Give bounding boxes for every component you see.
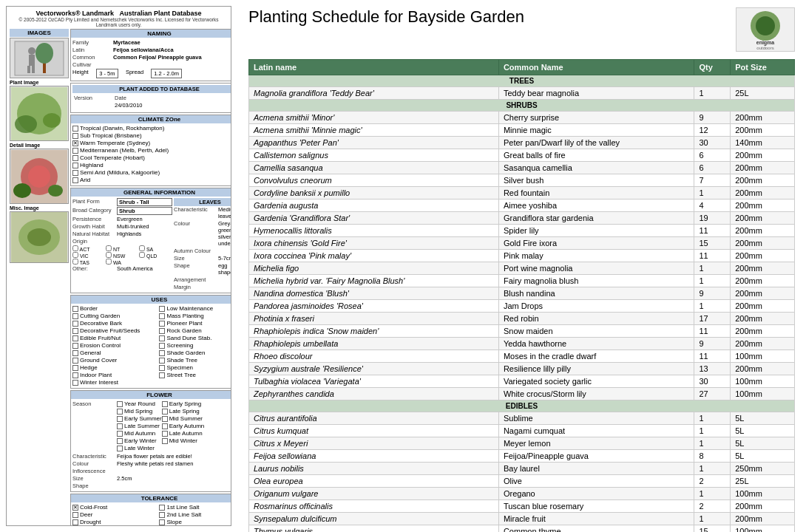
date-value: 24/03/2010 <box>115 102 143 109</box>
cell-common: Moses in the cradle dwarf <box>498 350 694 363</box>
cell-common: White crocus/Storm lily <box>498 388 694 400</box>
climate-item: Tropical (Darwin, Rockhampton) <box>72 125 231 132</box>
table-row: Gardenia augustaAimee yoshiba4200mm <box>249 200 795 212</box>
cell-latin: Michelia figo <box>249 262 499 275</box>
table-row: Cordyline banksii x pumilloRed fountain1… <box>249 187 795 200</box>
flower-season-item: Early Winter <box>117 437 162 444</box>
table-row: Callistemon salignusGreat balls of fire6… <box>249 149 795 162</box>
cell-pot: 200mm <box>731 212 795 225</box>
broad-category-value[interactable]: Shrub <box>117 207 172 215</box>
height-value: 3 - 5m <box>96 69 118 78</box>
right-header: Planting Schedule for Bayside Garden eni… <box>248 7 795 52</box>
flower-header: FLOWER <box>71 391 231 399</box>
use-item: Rock Garden <box>159 327 231 334</box>
cell-pot: 200mm <box>731 149 795 162</box>
cell-latin: Photinia x fraseri <box>249 313 499 325</box>
cell-qty: 6 <box>694 149 731 162</box>
climate-item: Semi Arid (Mildura, Kalgoorlie) <box>72 169 231 176</box>
col-common: Common Name <box>498 60 694 75</box>
cell-latin: Magnolia grandiflora 'Teddy Bear' <box>249 87 499 100</box>
cell-common: Sublime <box>498 412 694 425</box>
flower-season-item: Late Autumn <box>162 430 207 437</box>
cell-pot: 25L <box>731 87 795 100</box>
table-row: Pandorea jasminoides 'Rosea'Jam Drops120… <box>249 300 795 313</box>
col-qty: Qty <box>694 60 731 75</box>
cell-common: Oregano <box>498 488 694 500</box>
cell-qty: 9 <box>694 112 731 124</box>
cell-common: Tuscan blue rosemary <box>498 500 694 513</box>
cell-common: Great balls of fire <box>498 149 694 162</box>
table-row: Hymenocallis littoralisSpider lily11200m… <box>249 225 795 237</box>
cell-qty: 1 <box>694 262 731 275</box>
svg-point-10 <box>43 113 61 128</box>
table-row: Origanum vulgareOregano1100mm <box>249 488 795 500</box>
cell-latin: Zephyranthes candida <box>249 388 499 400</box>
table-row: Camellia sasanquaSasanqua camellia6200mm <box>249 162 795 174</box>
cell-common: Yedda hawthorne <box>498 338 694 350</box>
table-row: Rosmarinus officinalisTuscan blue rosema… <box>249 500 795 513</box>
table-row: Citrus kumquatNagami cumquat15L <box>249 425 795 437</box>
leaves-header: LEAVES <box>174 198 231 206</box>
col-latin: Latin name <box>249 60 499 75</box>
cell-latin: Laurus nobilis <box>249 463 499 475</box>
cell-pot: 200mm <box>731 513 795 525</box>
cell-latin: Hymenocallis littoralis <box>249 225 499 237</box>
cell-common: Blush nandina <box>498 287 694 300</box>
cell-latin: Citrus kumquat <box>249 425 499 437</box>
svg-point-15 <box>48 185 63 197</box>
climate-zone-section: CLIMATE ZOne Tropical (Darwin, Rockhampt… <box>70 115 231 186</box>
cell-pot: 200mm <box>731 300 795 313</box>
use-item: Shade Garden <box>159 349 231 356</box>
persistence-value: Evergreen <box>117 216 143 222</box>
cell-latin: Pandorea jasminoides 'Rosea' <box>249 300 499 313</box>
svg-point-20 <box>756 16 775 35</box>
tolerance-item: 1st Line Salt <box>159 504 231 511</box>
cell-common: Aimee yoshiba <box>498 200 694 212</box>
use-item: Border <box>72 305 159 312</box>
growth-habit-value: Multi-trunked <box>117 223 149 230</box>
cell-common: Cherry surprise <box>498 112 694 124</box>
cell-common: Olive <box>498 475 694 488</box>
flower-season-item: Late Winter <box>117 445 162 451</box>
images-label: IMAGES <box>10 29 69 37</box>
spread-value: 1.2 - 2.0m <box>151 69 182 78</box>
cell-pot: 200mm <box>731 162 795 174</box>
cell-common: Bay laurel <box>498 463 694 475</box>
cell-qty: 17 <box>694 313 731 325</box>
naming-header: NAMING <box>71 30 231 38</box>
db-title: Australian Plant Database <box>120 10 202 17</box>
cell-pot: 200mm <box>731 325 795 338</box>
cell-qty: 1 <box>694 412 731 425</box>
use-item: Screening <box>159 342 231 349</box>
detail-image-label: Detail Image <box>10 143 69 148</box>
table-row: Acmena smithii 'Minor'Cherry surprise920… <box>249 112 795 124</box>
use-item: Pioneer Plant <box>159 320 231 327</box>
climate-item: Warm Temperate (Sydney) <box>72 140 231 146</box>
table-row: Gardenia 'Grandiflora Star'Grandiflora s… <box>249 212 795 225</box>
table-row: Photinia x fraseriRed robin17200mm <box>249 313 795 325</box>
table-row: Nandina domestica 'Blush'Blush nandina92… <box>249 287 795 300</box>
title-bar: Vectorworks® Landmark Australian Plant D… <box>10 10 228 27</box>
cell-latin: Feijoa sellowiana <box>249 450 499 463</box>
cell-latin: Synsepalum dulcificum <box>249 513 499 525</box>
use-item: Edible Fruit/Nut <box>72 335 159 341</box>
cell-qty: 1 <box>694 275 731 287</box>
climate-item: Arid <box>72 177 231 183</box>
cell-qty: 7 <box>694 174 731 187</box>
cell-pot: 200mm <box>731 124 795 137</box>
common-value: Common Feijoa/ Pineapple guava <box>113 54 202 61</box>
cell-qty: 1 <box>694 425 731 437</box>
table-row: Citrus aurantifoliaSublime15L <box>249 412 795 425</box>
cell-latin: Acmena smithii 'Minnie magic' <box>249 124 499 137</box>
plant-form-value[interactable]: Shrub - Tall <box>117 198 172 206</box>
cell-common: Fairy magnolia blush <box>498 275 694 287</box>
cell-latin: Agapanthus 'Peter Pan' <box>249 137 499 149</box>
cell-latin: Tulbaghia violacea 'Variegata' <box>249 375 499 388</box>
cell-qty: 1 <box>694 488 731 500</box>
tolerance-item: 2nd Line Salt <box>159 511 231 518</box>
cell-pot: 200mm <box>731 275 795 287</box>
flower-char: Feijoa flower petals are edible! <box>117 453 192 460</box>
cell-latin: Thymus vulgaris <box>249 525 499 533</box>
flower-season-item: Mid Spring <box>117 408 162 415</box>
tolerance-item: Drought <box>72 519 159 525</box>
